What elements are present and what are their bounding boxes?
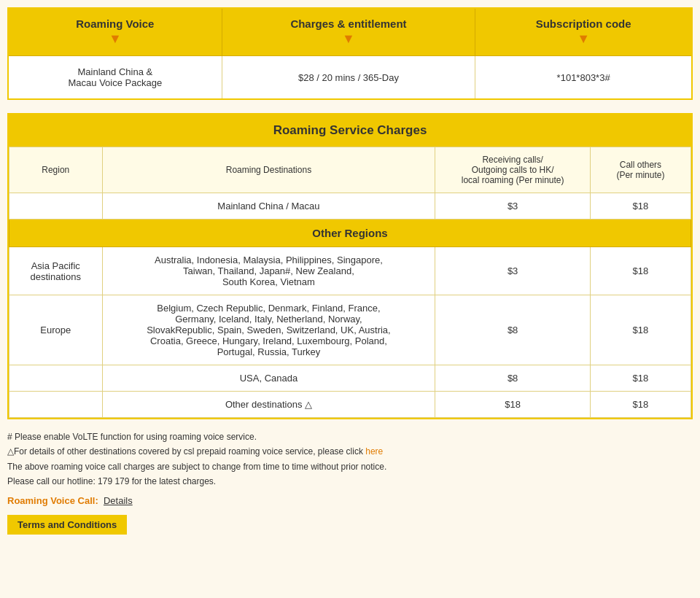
voice-col-header: Roaming Voice ▼	[8, 8, 222, 56]
triangle-note: △For details of other destinations cover…	[7, 444, 693, 459]
subscription-col-header: Subscription code ▼	[475, 8, 692, 56]
other-recv: $18	[435, 392, 591, 418]
call-others-header: Call others(Per minute)	[590, 147, 691, 193]
europe-row: Europe Belgium, Czech Republic, Denmark,…	[9, 295, 691, 365]
product-name: Mainland China &Macau Voice Package	[8, 56, 222, 100]
roaming-voice-call-section: Roaming Voice Call: Details	[7, 495, 693, 506]
mainland-row: Mainland China / Macau $3 $18	[9, 193, 691, 220]
usa-destinations: USA, Canada	[102, 365, 435, 392]
other-destinations-row: Other destinations △ $18 $18	[9, 392, 691, 418]
footnotes-section: # Please enable VoLTE function for using…	[7, 430, 693, 489]
europe-recv: $8	[435, 295, 591, 365]
europe-destinations: Belgium, Czech Republic, Denmark, Finlan…	[102, 295, 435, 365]
asia-pacific-call: $18	[590, 247, 691, 295]
other-regions-label: Other Regions	[9, 220, 691, 247]
other-destinations: Other destinations △	[102, 392, 435, 418]
usa-call: $18	[590, 365, 691, 392]
terms-button[interactable]: Terms and Conditions	[7, 515, 127, 535]
roaming-service-section: Roaming Service Charges Region Roaming D…	[7, 113, 693, 419]
usa-recv: $8	[435, 365, 591, 392]
europe-call: $18	[590, 295, 691, 365]
other-call: $18	[590, 392, 691, 418]
hash-note: # Please enable VoLTE function for using…	[7, 430, 693, 444]
asia-pacific-row: Asia Pacificdestinations Australia, Indo…	[9, 247, 691, 295]
here-link[interactable]: here	[365, 446, 383, 457]
roaming-service-title: Roaming Service Charges	[9, 114, 691, 147]
other-region-empty	[9, 392, 103, 418]
roaming-col-headers: Region Roaming Destinations Receiving ca…	[9, 147, 691, 193]
voice-package-row: Mainland China &Macau Voice Package $28 …	[8, 56, 692, 100]
subscription-code: *101*803*3#	[475, 56, 692, 100]
terms-section: Terms and Conditions	[7, 515, 693, 535]
charges-col-header: Charges & entitlement ▼	[222, 8, 475, 56]
details-link[interactable]: Details	[104, 495, 133, 506]
mainland-region-empty	[9, 193, 103, 220]
europe-region: Europe	[9, 295, 103, 365]
asia-pacific-region: Asia Pacificdestinations	[9, 247, 103, 295]
mainland-call: $18	[590, 193, 691, 220]
mainland-recv: $3	[435, 193, 591, 220]
roaming-voice-call-label: Roaming Voice Call:	[7, 495, 98, 506]
asia-pacific-recv: $3	[435, 247, 591, 295]
usa-canada-row: USA, Canada $8 $18	[9, 365, 691, 392]
roaming-charges-table: Region Roaming Destinations Receiving ca…	[9, 147, 691, 418]
mainland-destination: Mainland China / Macau	[102, 193, 435, 220]
charges-value: $28 / 20 mins / 365-Day	[222, 56, 475, 100]
region-header: Region	[9, 147, 103, 193]
hotline-notice: Please call our hotline: 179 179 for the…	[7, 474, 693, 489]
receiving-header: Receiving calls/Outgoing calls to HK/loc…	[435, 147, 591, 193]
asia-pacific-destinations: Australia, Indonesia, Malaysia, Philippi…	[102, 247, 435, 295]
change-notice: The above roaming voice call charges are…	[7, 459, 693, 474]
destinations-header: Roaming Destinations	[102, 147, 435, 193]
other-regions-header-row: Other Regions	[9, 220, 691, 247]
voice-package-table: Roaming Voice ▼ Charges & entitlement ▼ …	[7, 7, 693, 100]
usa-region-empty	[9, 365, 103, 392]
